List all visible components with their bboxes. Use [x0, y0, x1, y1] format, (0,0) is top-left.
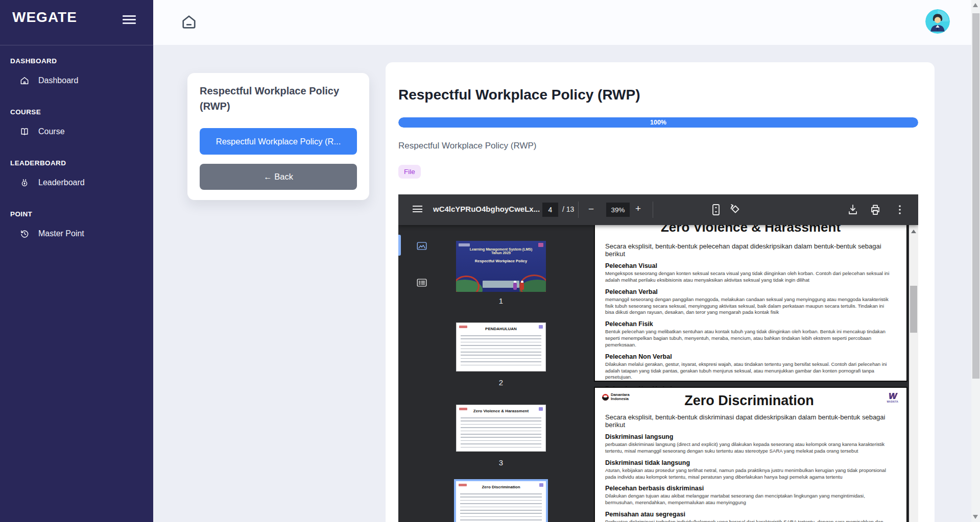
toolbar-divider: [578, 202, 579, 218]
course-subtitle: Respectful Workplace Policy (RWP): [398, 141, 537, 151]
pdf-menu-icon[interactable]: [413, 206, 422, 214]
zoom-in-button[interactable]: +: [635, 203, 641, 214]
thumbnail-page-number: 3: [456, 458, 546, 467]
thumbnails-icon: [416, 240, 427, 252]
sidebar-hamburger-icon[interactable]: [123, 15, 136, 26]
download-button[interactable]: [847, 203, 859, 216]
browser-scrollbar-thumb[interactable]: [972, 13, 979, 379]
sidebar-item-label: Leaderboard: [38, 178, 85, 187]
fit-page-icon: [710, 203, 722, 216]
course-card-title: Respectful Workplace Policy (RWP): [200, 83, 353, 114]
cover-subtitle: Respectful Workplace Policy: [456, 259, 546, 263]
scroll-down-arrow-icon[interactable]: [973, 515, 978, 519]
waskita-caption: WASKITA: [887, 401, 898, 403]
print-button[interactable]: [869, 203, 881, 216]
pdf-thumbnail-page-3[interactable]: Zero Violence & Harassment: [456, 405, 546, 452]
course-material-button[interactable]: Respectful Workplace Policy (R...: [200, 128, 357, 155]
thumb-mark: [539, 325, 543, 329]
pdf-page-zero-violence: Zero Violence & Harassment Secara ekspli…: [594, 225, 907, 382]
thumb-logo: [459, 326, 467, 328]
sidebar-item-label: Dashboard: [38, 76, 78, 85]
thumb-logo: [459, 484, 467, 486]
user-avatar[interactable]: [925, 9, 950, 34]
cover-illustration: [456, 272, 546, 292]
toolbar-divider: [653, 202, 653, 218]
home-icon: [19, 76, 30, 86]
pdf-intro-text: Secara eksplisit, bentuk-bentuk diskrimi…: [605, 413, 893, 429]
section-label-point: POINT: [10, 210, 32, 218]
scroll-up-arrow-icon[interactable]: [973, 3, 978, 7]
scroll-up-arrow-icon[interactable]: [911, 230, 916, 233]
danantara-logo: Danantara Indonesia: [602, 393, 630, 402]
thumbnail-page-number: 2: [456, 378, 546, 387]
browser-scrollbar[interactable]: [971, 0, 980, 522]
topbar: [153, 0, 971, 45]
pdf-section-heading: Pelecehan berbasis diskriminasi: [605, 485, 893, 492]
pdf-intro-text: Secara eksplisit, bentuk-bentuk peleceha…: [605, 242, 893, 258]
cover-logo-left: [459, 243, 470, 246]
pdf-section-body: Perbuatan diskriminasi terhadap individu…: [605, 519, 893, 522]
main-panel: Respectful Workplace Policy (RWP) 100% R…: [386, 62, 935, 522]
document-outline-icon: [416, 277, 427, 288]
pdf-section-body: Bentuk pelecehan yang melibatkan sentuha…: [605, 329, 893, 349]
pdf-section-body: Mengekspos seseorang dengan konten seksu…: [605, 270, 893, 284]
section-label-leaderboard: LEADERBOARD: [10, 159, 66, 167]
fit-to-page-button[interactable]: [710, 203, 722, 216]
thumb-text-lines: [461, 335, 541, 368]
progress-fill: 100%: [398, 117, 918, 128]
pdf-section-heading: Pelecehan Non Verbal: [605, 353, 893, 360]
sidebar-item-course[interactable]: Course: [19, 127, 65, 137]
pdf-section-body: memanggil seseorang dengan panggilan men…: [605, 296, 893, 316]
sidebar-item-dashboard[interactable]: Dashboard: [19, 76, 78, 86]
sidebar-item-leaderboard[interactable]: Leaderboard: [19, 178, 85, 188]
pdf-section-heading: Pemisahan atau segregasi: [605, 511, 893, 518]
pdf-page-title: Zero Discrimination: [605, 393, 893, 409]
sidebar-active-indicator: [398, 235, 401, 256]
back-button[interactable]: ← Back: [200, 164, 357, 190]
rotate-ccw-icon: [729, 203, 742, 216]
progress-bar: 100%: [398, 117, 918, 128]
pdf-thumbnail-page-4-selected[interactable]: Zero Discrimination: [454, 479, 548, 522]
thumb-title: Zero Discrimination: [456, 485, 546, 489]
section-label-course: COURSE: [10, 108, 41, 116]
pdf-scrollbar-thumb[interactable]: [910, 286, 917, 333]
pdf-section-body: perbuatan diskriminasi langsung (direct …: [605, 441, 893, 455]
thumb-mark: [539, 407, 543, 411]
outline-panel-button[interactable]: [416, 277, 427, 288]
kebab-menu-icon: [894, 203, 906, 216]
rotate-button[interactable]: [729, 203, 742, 216]
pdf-content-area: Learning Management System (LMS) Tahun 2…: [398, 225, 918, 522]
sidebar-item-label: Course: [38, 127, 65, 136]
progress-label: 100%: [650, 119, 666, 126]
pdf-scrollbar[interactable]: [909, 225, 918, 522]
pdf-thumbnail-page-1[interactable]: Learning Management System (LMS) Tahun 2…: [456, 241, 546, 292]
pdf-section-heading: Diskriminasi langsung: [605, 433, 893, 440]
thumbnails-panel-button[interactable]: [416, 240, 427, 252]
waskita-logo-mark: W: [887, 392, 898, 401]
more-options-button[interactable]: [894, 203, 906, 216]
thumbnail-page-number: 1: [456, 296, 546, 305]
zoom-out-button[interactable]: −: [588, 204, 594, 215]
pdf-toolbar: wC4lcYPRuO4bghoyCweLx... / 13 − 39% +: [398, 194, 918, 225]
pdf-thumbnail-page-2[interactable]: PENDAHULUAN: [456, 322, 546, 371]
page-number-input[interactable]: [542, 203, 558, 217]
page-total: / 13: [562, 205, 574, 213]
app-window: WEGATE DASHBOARD Dashboard COURSE Course…: [0, 0, 980, 522]
page-title: Respectful Workplace Policy (RWP): [398, 87, 640, 103]
home-button[interactable]: [179, 11, 199, 34]
avatar-person-icon: [925, 9, 950, 34]
pdf-filename: wC4lcYPRuO4bghoyCweLx...: [433, 205, 543, 213]
pdf-section-heading: Pelecehan Verbal: [605, 288, 893, 295]
thumb-title: Zero Violence & Harassment: [457, 409, 545, 413]
zoom-level[interactable]: 39%: [606, 203, 630, 217]
thumb-logo: [459, 408, 467, 410]
app-logo: WEGATE: [12, 9, 77, 26]
sidebar-item-master-point[interactable]: Master Point: [19, 229, 84, 239]
download-icon: [847, 203, 859, 216]
pdf-section-body: Aturan, kebijakan atau prosedur yang ter…: [605, 467, 893, 481]
sidebar: WEGATE DASHBOARD Dashboard COURSE Course…: [0, 0, 153, 522]
cover-title-line: Tahun 2025: [456, 251, 546, 255]
pdf-viewer: wC4lcYPRuO4bghoyCweLx... / 13 − 39% +: [398, 194, 918, 522]
file-type-badge: File: [398, 165, 421, 179]
sidebar-item-label: Master Point: [38, 229, 84, 238]
